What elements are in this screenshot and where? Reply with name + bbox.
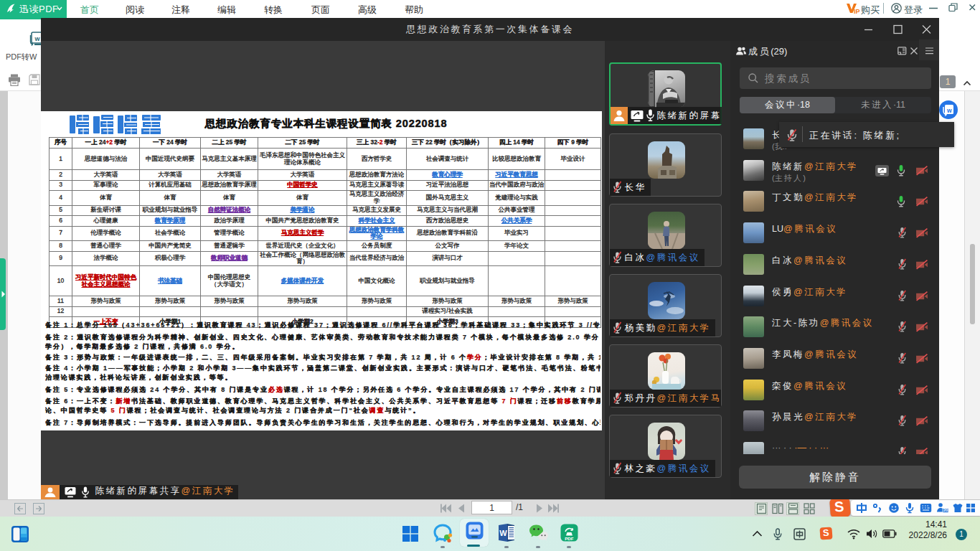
svg-text:W: W [499,529,507,537]
svg-text:w: w [946,107,952,114]
svg-text:PDF: PDF [565,536,574,541]
svg-text:20: 20 [943,508,948,512]
svg-text:w: w [34,35,41,42]
svg-text:IP: IP [854,8,860,15]
